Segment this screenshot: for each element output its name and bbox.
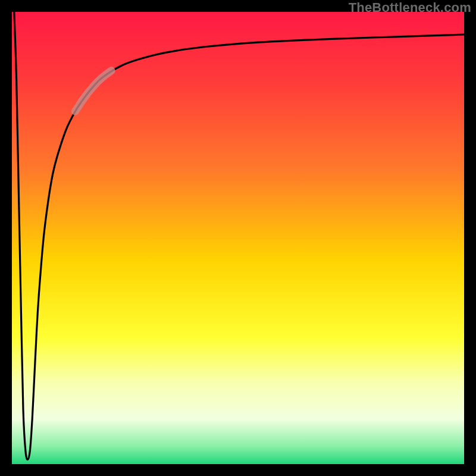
chart-stage: TheBottleneck.com	[0, 0, 476, 476]
bottleneck-curve	[14, 12, 464, 459]
attribution-watermark: TheBottleneck.com	[349, 0, 471, 15]
highlight-segment	[75, 71, 111, 111]
curve-layer	[12, 12, 464, 464]
plot-frame	[12, 12, 464, 464]
plot-area	[12, 12, 464, 464]
